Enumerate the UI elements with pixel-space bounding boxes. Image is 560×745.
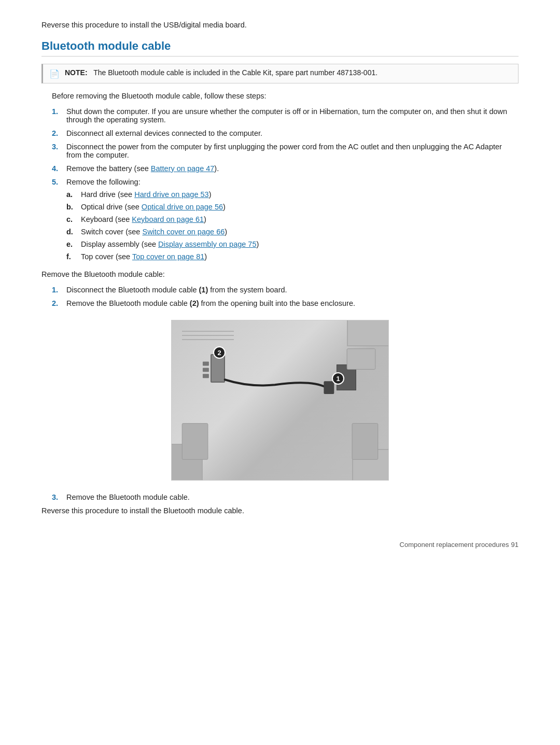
label-circle-2: 2	[213, 346, 226, 359]
svg-rect-6	[203, 374, 209, 378]
sub-step-d: d. Switch cover (see Switch cover on pag…	[66, 228, 519, 236]
remove-step-text-3: Remove the Bluetooth module cable.	[66, 493, 519, 501]
note-box: 📄 NOTE: The Bluetooth module cable is in…	[41, 64, 519, 83]
page-footer: Component replacement procedures 91	[41, 541, 519, 549]
outro-paragraph: Reverse this procedure to install the Bl…	[41, 507, 519, 515]
sub-step-c: c. Keyboard (see Keyboard on page 61)	[66, 215, 519, 223]
svg-rect-3	[182, 424, 208, 460]
remove-step-text-2: Remove the Bluetooth module cable (2) fr…	[66, 299, 519, 307]
sub-text-a: Hard drive (see Hard drive on page 53)	[81, 190, 212, 199]
remove-step-2: 2. Remove the Bluetooth module cable (2)…	[52, 299, 519, 307]
top-cover-link[interactable]: Top cover on page 81	[132, 252, 204, 261]
prereq-step-4: 4. Remove the battery (see Battery on pa…	[52, 164, 519, 173]
step-text-5: Remove the following: a. Hard drive (see…	[66, 178, 519, 265]
circuit-board-diagram: 1 2	[172, 320, 388, 480]
remove-step-text-1: Disconnect the Bluetooth module cable (1…	[66, 286, 519, 294]
sub-text-c: Keyboard (see Keyboard on page 61)	[81, 215, 206, 223]
sub-step-e: e. Display assembly (see Display assembl…	[66, 240, 519, 248]
sub-steps-list: a. Hard drive (see Hard drive on page 53…	[66, 190, 519, 261]
intro-paragraph: Reverse this procedure to install the US…	[41, 21, 519, 29]
sub-label-c: c.	[66, 215, 81, 223]
hard-drive-link[interactable]: Hard drive on page 53	[134, 190, 209, 199]
cable-svg	[172, 320, 388, 480]
remove-step-3-list: 3. Remove the Bluetooth module cable.	[41, 493, 519, 501]
sub-step-f: f. Top cover (see Top cover on page 81)	[66, 252, 519, 261]
note-text: The Bluetooth module cable is included i…	[93, 68, 377, 77]
step-text-2: Disconnect all external devices connecte…	[66, 129, 519, 137]
bold-1: (1)	[199, 286, 208, 294]
sub-text-e: Display assembly (see Display assembly o…	[81, 240, 259, 248]
keyboard-link[interactable]: Keyboard on page 61	[132, 215, 204, 223]
step-num-3: 3.	[52, 143, 66, 151]
remove-steps-list: 1. Disconnect the Bluetooth module cable…	[41, 286, 519, 307]
section-title: Bluetooth module cable	[41, 39, 519, 57]
sub-label-b: b.	[66, 203, 81, 211]
svg-rect-4	[203, 361, 209, 366]
optical-drive-link[interactable]: Optical drive on page 56	[142, 203, 223, 211]
step-num-2: 2.	[52, 129, 66, 137]
svg-rect-1	[347, 349, 375, 370]
footer-section: Component replacement procedures	[400, 541, 509, 549]
page-number: 91	[511, 541, 519, 549]
sub-step-a: a. Hard drive (see Hard drive on page 53…	[66, 190, 519, 199]
switch-cover-link[interactable]: Switch cover on page 66	[142, 228, 225, 236]
step-num-5: 5.	[52, 178, 66, 186]
sub-label-d: d.	[66, 228, 81, 236]
sub-step-b: b. Optical drive (see Optical drive on p…	[66, 203, 519, 211]
svg-rect-0	[324, 381, 334, 394]
svg-rect-5	[203, 368, 209, 372]
battery-link[interactable]: Battery on page 47	[151, 164, 215, 173]
remove-intro-text: Remove the Bluetooth module cable:	[41, 270, 519, 278]
prereq-step-5: 5. Remove the following: a. Hard drive (…	[52, 178, 519, 265]
sub-label-f: f.	[66, 252, 81, 261]
diagram-container: 1 2	[171, 320, 389, 481]
prereq-step-2: 2. Disconnect all external devices conne…	[52, 129, 519, 137]
prereq-step-1: 1. Shut down the computer. If you are un…	[52, 107, 519, 124]
display-assembly-link[interactable]: Display assembly on page 75	[158, 240, 256, 248]
step-num-4: 4.	[52, 164, 66, 173]
prereq-list: 1. Shut down the computer. If you are un…	[41, 107, 519, 265]
prereq-step-3: 3. Disconnect the power from the compute…	[52, 143, 519, 159]
note-icon: 📄	[49, 69, 60, 79]
sub-text-f: Top cover (see Top cover on page 81)	[81, 252, 207, 261]
bold-2: (2)	[190, 299, 199, 307]
remove-step-num-2: 2.	[52, 299, 66, 307]
remove-step-num-3: 3.	[52, 493, 66, 501]
before-removing-text: Before removing the Bluetooth module cab…	[41, 92, 519, 100]
note-content: NOTE: The Bluetooth module cable is incl…	[65, 68, 377, 77]
label-circle-1: 1	[332, 372, 344, 385]
note-label: NOTE:	[65, 68, 88, 77]
sub-label-e: e.	[66, 240, 81, 248]
step-text-4: Remove the battery (see Battery on page …	[66, 164, 519, 173]
step-text-1: Shut down the computer. If you are unsur…	[66, 107, 519, 124]
sub-text-d: Switch cover (see Switch cover on page 6…	[81, 228, 227, 236]
sub-text-b: Optical drive (see Optical drive on page…	[81, 203, 226, 211]
step-num-1: 1.	[52, 107, 66, 116]
remove-step-num-1: 1.	[52, 286, 66, 294]
step-text-3: Disconnect the power from the computer b…	[66, 143, 519, 159]
sub-label-a: a.	[66, 190, 81, 199]
remove-step-3: 3. Remove the Bluetooth module cable.	[52, 493, 519, 501]
svg-rect-2	[352, 424, 378, 460]
remove-step-1: 1. Disconnect the Bluetooth module cable…	[52, 286, 519, 294]
